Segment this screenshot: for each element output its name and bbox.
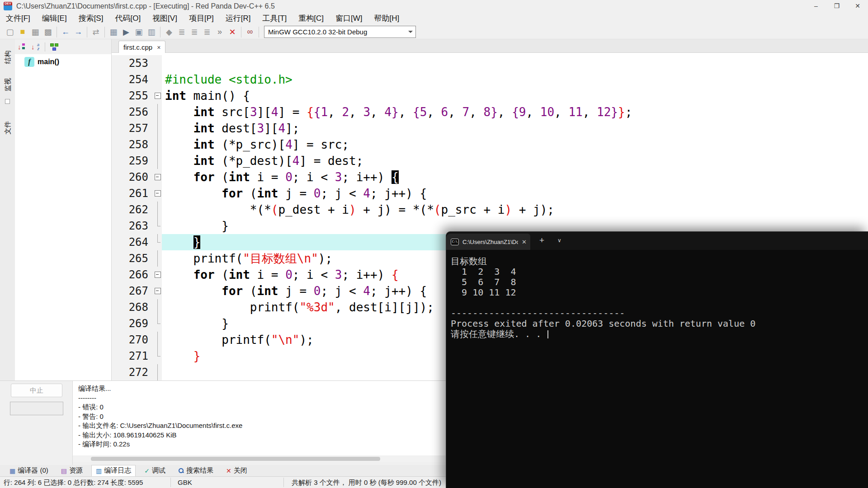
- menu-item[interactable]: 编辑[E]: [36, 12, 73, 25]
- sort-alphabetically-icon[interactable]: ↓az: [31, 42, 40, 52]
- menu-item[interactable]: 窗口[W]: [330, 12, 368, 25]
- code-token: *(*: [165, 203, 271, 216]
- code-line[interactable]: 254#include <stdio.h>: [112, 71, 868, 88]
- save-button[interactable]: ▦: [29, 26, 42, 38]
- toolbar-separator: [241, 27, 241, 38]
- compile-button[interactable]: ▦: [107, 26, 120, 38]
- code-token: {: [314, 105, 321, 119]
- save-icon: ▦: [31, 27, 39, 37]
- menu-bar: 文件[F]编辑[E]搜索[S]代码[O]视图[V]项目[P]运行[R]工具[T]…: [0, 12, 868, 25]
- menu-item[interactable]: 代码[O]: [109, 12, 146, 25]
- app-icon: DEV: [4, 2, 12, 10]
- new-file-icon: ▢: [6, 27, 14, 37]
- forward-button[interactable]: →: [72, 26, 85, 38]
- fold-toggle-icon[interactable]: [154, 267, 162, 283]
- code-line[interactable]: 258 int (*p_src)[4] = src;: [112, 136, 868, 153]
- tab-dropdown-icon[interactable]: ∨: [557, 237, 561, 244]
- bottom-tab-search-results[interactable]: 搜索结果: [174, 465, 217, 476]
- step-into-button[interactable]: ≣: [188, 26, 201, 38]
- program-reset-button[interactable]: ◆: [163, 26, 175, 38]
- code-text: int (*p_src)[4] = src;: [162, 136, 868, 153]
- code-token: for: [222, 187, 243, 200]
- sidebar-tab-structure[interactable]: 结构: [0, 39, 15, 75]
- minimize-button[interactable]: –: [806, 0, 826, 12]
- code-token: 4: [285, 138, 292, 151]
- code-line[interactable]: 253: [112, 55, 868, 71]
- menu-item[interactable]: 搜索[S]: [73, 12, 109, 25]
- terminal-tab-close-icon[interactable]: ✕: [522, 239, 527, 245]
- bottom-tab-compile-log[interactable]: ▥编译日志: [91, 465, 136, 476]
- code-line[interactable]: 261 for (int j = 0; j < 4; j++) {: [112, 185, 868, 202]
- new-tab-icon[interactable]: +: [539, 235, 544, 245]
- code-line[interactable]: 259 int (*p_dest)[4] = dest;: [112, 153, 868, 169]
- terminal-output[interactable]: 目标数组 1 2 3 4 5 6 7 8 9 10 11 12---------…: [446, 250, 868, 488]
- terminal-tab-title: C:\Users\ZhuanZ1\Documents': [462, 239, 518, 245]
- code-token: ; i++): [342, 170, 392, 184]
- tab-close-icon[interactable]: ×: [157, 44, 160, 51]
- code-token: ): [505, 203, 512, 216]
- step-out-button[interactable]: ≣: [201, 26, 213, 38]
- menu-item[interactable]: 项目[P]: [183, 12, 220, 25]
- close-button[interactable]: ✕: [847, 0, 868, 12]
- abort-button[interactable]: 中止: [11, 384, 62, 397]
- tab-label: first.c.cpp: [123, 43, 152, 51]
- stop-execution-button[interactable]: ✕: [226, 26, 239, 38]
- run-button[interactable]: ▶: [120, 26, 132, 38]
- continue-button[interactable]: »: [213, 26, 226, 38]
- add-watch-button[interactable]: ∞: [244, 26, 256, 38]
- code-token: }: [193, 235, 201, 249]
- code-token: (: [243, 284, 257, 298]
- fold-toggle-icon[interactable]: [154, 88, 162, 104]
- menu-item[interactable]: 视图[V]: [146, 12, 183, 25]
- back-button[interactable]: ←: [59, 26, 72, 38]
- code-token: ; j++) {: [370, 284, 427, 298]
- code-token: 0: [314, 284, 321, 298]
- fold-margin: [154, 71, 162, 88]
- terminal-window[interactable]: C:\ C:\Users\ZhuanZ1\Documents' ✕ + ∨ 目标…: [446, 231, 868, 488]
- menu-item[interactable]: 帮助[H]: [368, 12, 406, 25]
- step-over-button[interactable]: ≣: [175, 26, 188, 38]
- fold-toggle-icon[interactable]: [154, 283, 162, 299]
- bottom-tab-resource[interactable]: ▤资源: [57, 465, 87, 476]
- code-line[interactable]: 256 int src[3][4] = {{1, 2, 3, 4}, {5, 6…: [112, 104, 868, 120]
- bottom-tab-debug[interactable]: ✓调试: [140, 465, 170, 476]
- save-all-button[interactable]: ▩: [42, 26, 54, 38]
- menu-item[interactable]: 重构[C]: [292, 12, 330, 25]
- new-file-button[interactable]: ▢: [4, 26, 16, 38]
- code-token: int: [229, 268, 250, 282]
- code-line[interactable]: 260 for (int i = 0; i < 3; i++) {: [112, 169, 868, 185]
- code-line[interactable]: 257 int dest[3][4];: [112, 120, 868, 136]
- chevron-down-icon: [406, 28, 415, 35]
- scrollbar-thumb[interactable]: [91, 457, 380, 461]
- menu-item[interactable]: 工具[T]: [256, 12, 292, 25]
- bottom-tab-close-panel[interactable]: ✕关闭: [222, 465, 251, 476]
- code-token: printf(: [165, 300, 299, 314]
- restore-button[interactable]: ❐: [826, 0, 847, 12]
- close-panel-icon: ✕: [226, 468, 231, 474]
- show-classes-icon[interactable]: [50, 42, 59, 52]
- tree-item-main[interactable]: f main(): [15, 54, 111, 67]
- menu-item[interactable]: 运行[R]: [220, 12, 257, 25]
- rebuild-button[interactable]: ▣: [132, 26, 145, 38]
- code-token: int: [193, 138, 215, 151]
- save-all-icon: ▩: [44, 27, 52, 37]
- terminal-tab[interactable]: C:\ C:\Users\ZhuanZ1\Documents' ✕: [446, 234, 530, 250]
- code-token: 0: [285, 170, 292, 184]
- compiler-profile-select[interactable]: MinGW GCC10.2.0 32-bit Debug: [264, 26, 416, 38]
- bottom-tab-compiler[interactable]: ▦编译器 (0): [5, 465, 52, 476]
- menu-item[interactable]: 文件[F]: [0, 12, 36, 25]
- fold-toggle-icon[interactable]: [154, 185, 162, 202]
- code-token: 4: [271, 105, 278, 119]
- code-line[interactable]: 255int main() {: [112, 88, 868, 104]
- sidebar-tab-files[interactable]: 文件: [0, 110, 15, 145]
- open-folder-button[interactable]: ■: [16, 26, 29, 38]
- code-token: int: [193, 122, 215, 135]
- tab-first-c-cpp[interactable]: first.c.cpp ×: [118, 41, 165, 53]
- code-token: int: [165, 89, 186, 103]
- compile-and-run-button[interactable]: ▥: [145, 26, 158, 38]
- fold-toggle-icon[interactable]: [154, 169, 162, 185]
- code-line[interactable]: 262 *(*(p_dest + i) + j) = *(*(p_src + i…: [112, 202, 868, 218]
- swap-header-source-button[interactable]: ⇄: [90, 26, 102, 38]
- sort-by-type-icon[interactable]: ↓: [18, 42, 27, 52]
- sidebar-tab-watch[interactable]: 监视: [0, 75, 15, 110]
